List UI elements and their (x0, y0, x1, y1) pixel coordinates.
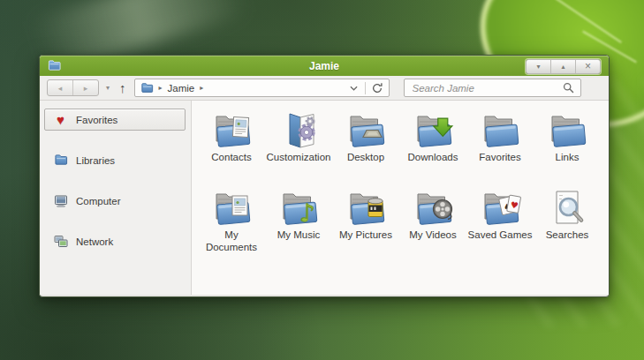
folder-saved-games-icon: ♠♥ (479, 186, 521, 229)
folder-customization-icon (277, 109, 320, 151)
file-item-label: Saved Games (468, 229, 533, 242)
folder-contacts-icon (210, 109, 253, 151)
maximize-button[interactable]: ▴ (550, 60, 575, 73)
file-item-downloads[interactable]: Downloads (399, 109, 466, 186)
sidebar-item-computer[interactable]: Computer (44, 190, 186, 212)
file-item-label: My Pictures (339, 229, 392, 242)
file-item-favorites[interactable]: Favorites (466, 109, 534, 186)
folder-music-icon: ♪ (277, 186, 320, 229)
network-icon (53, 235, 68, 249)
search-document-icon (546, 186, 588, 229)
window-controls: ▾ ▴ × (526, 59, 601, 74)
breadcrumb-separator: ▸ (159, 84, 163, 92)
folder-pictures-icon (345, 186, 387, 229)
file-item-my-documents[interactable]: My Documents (198, 186, 265, 264)
sidebar-item-network[interactable]: Network (44, 230, 186, 252)
svg-text:♥: ♥ (510, 199, 519, 210)
file-item-label: My Music (277, 229, 321, 242)
window-bottom-border (40, 295, 609, 297)
folder-plain-icon (479, 109, 521, 151)
breadcrumb-separator[interactable]: ▸ (200, 84, 203, 92)
navigation-toolbar: ◂ ▸ ▾ ↑ ▸ Jamie ▸ (40, 76, 609, 101)
sidebar-item-libraries[interactable]: Libraries (44, 149, 186, 171)
file-item-my-videos[interactable]: My Videos (399, 186, 466, 264)
window-folder-icon (47, 59, 62, 72)
file-item-contacts[interactable]: Contacts (198, 109, 265, 186)
file-item-label: My Videos (409, 229, 456, 242)
search-icon (563, 82, 574, 94)
history-nav-group: ◂ ▸ (47, 79, 99, 96)
desktop: Jamie ▾ ▴ × ◂ ▸ ▾ ↑ ▸ (0, 0, 644, 360)
file-item-label: My Documents (200, 229, 264, 253)
sidebar-item-label: Computer (76, 196, 121, 206)
breadcrumb-bar[interactable]: ▸ Jamie ▸ (134, 79, 390, 97)
window-title: Jamie (40, 60, 609, 72)
file-item-label: Downloads (408, 152, 458, 164)
window-body: ♥FavoritesLibrariesComputerNetwork Conta… (40, 101, 609, 295)
file-item-my-music[interactable]: ♪My Music (265, 186, 332, 264)
file-item-label: Desktop (347, 152, 384, 164)
folder-contents: ContactsCustomizationDesktopDownloadsFav… (192, 101, 609, 295)
file-item-label: Links (556, 152, 580, 164)
search-input[interactable] (411, 82, 563, 94)
folder-videos-icon (412, 186, 454, 229)
file-item-label: Customization (267, 152, 331, 164)
sidebar-item-label: Network (76, 236, 113, 247)
folder-documents-icon (210, 186, 253, 229)
sidebar-item-label: Favorites (76, 115, 117, 125)
breadcrumb-folder-icon (140, 82, 154, 94)
folder-open-icon (546, 109, 588, 151)
file-item-my-pictures[interactable]: My Pictures (332, 186, 399, 264)
folder-desktop-icon (345, 109, 387, 151)
file-item-searches[interactable]: Searches (534, 186, 601, 264)
folder-icon (53, 154, 68, 167)
minimize-button[interactable]: ▾ (527, 60, 550, 73)
back-button[interactable]: ◂ (48, 80, 72, 95)
forward-button[interactable]: ▸ (72, 80, 98, 95)
svg-text:♪: ♪ (299, 199, 315, 228)
file-item-desktop[interactable]: Desktop (332, 109, 399, 186)
explorer-window: Jamie ▾ ▴ × ◂ ▸ ▾ ↑ ▸ (39, 55, 610, 297)
file-item-customization[interactable]: Customization (265, 109, 332, 186)
folder-downloads-icon (412, 109, 454, 151)
up-button[interactable]: ↑ (119, 81, 126, 94)
titlebar[interactable]: Jamie ▾ ▴ × (40, 56, 609, 76)
close-button[interactable]: × (575, 60, 600, 73)
search-box (404, 79, 581, 97)
sidebar-item-favorites[interactable]: ♥Favorites (44, 109, 186, 131)
refresh-button[interactable] (366, 82, 389, 94)
sidebar-item-label: Libraries (76, 155, 115, 166)
address-dropdown-button[interactable] (344, 86, 365, 91)
history-dropdown-button[interactable]: ▾ (106, 84, 110, 92)
file-item-links[interactable]: Links (534, 109, 601, 186)
computer-icon (53, 194, 68, 208)
navigation-sidebar: ♥FavoritesLibrariesComputerNetwork (40, 101, 191, 295)
file-item-label: Searches (546, 229, 589, 242)
breadcrumb-crumb-jamie[interactable]: Jamie (168, 83, 195, 94)
heart-icon: ♥ (53, 113, 68, 126)
file-item-label: Contacts (211, 152, 251, 164)
file-item-label: Favorites (479, 152, 520, 164)
file-item-saved-games[interactable]: ♠♥Saved Games (466, 186, 534, 264)
